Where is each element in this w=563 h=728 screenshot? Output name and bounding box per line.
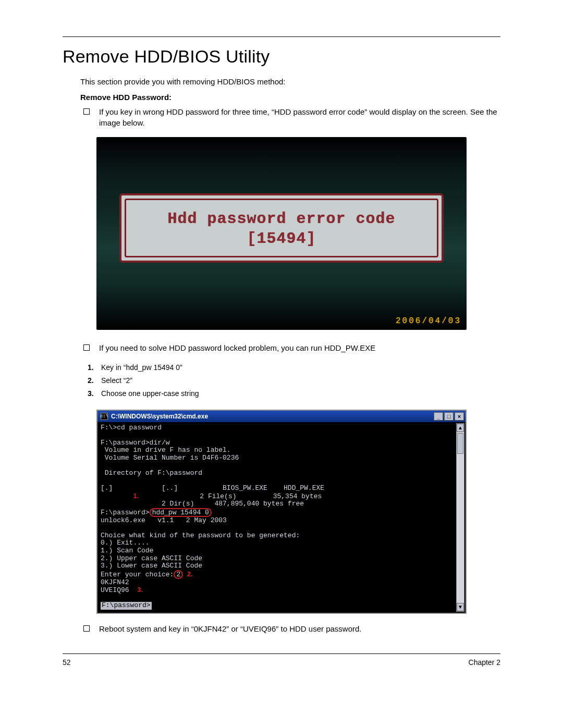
steps-list: Key in “hdd_pw 15494 0” Select “2” Choos… bbox=[99, 362, 500, 399]
callout-3: 3. bbox=[137, 586, 143, 594]
cmd-titlebar: c:\ C:\WINDOWS\system32\cmd.exe _ □ × bbox=[97, 411, 466, 422]
highlight-cmd-entry: hdd_pw 15494 0 bbox=[150, 508, 212, 517]
scroll-down-button[interactable]: ▼ bbox=[457, 603, 464, 611]
scroll-thumb[interactable] bbox=[457, 433, 463, 454]
error-line-1: Hdd password error code bbox=[131, 209, 432, 229]
callout-1: 1. bbox=[133, 492, 139, 500]
scrollbar[interactable]: ▲ ▼ bbox=[456, 423, 464, 612]
hdd-error-photo: Hdd password error code [15494] 2006/04/… bbox=[96, 137, 467, 330]
terminal-output: F:\>cd password F:\password>dir/w Volume… bbox=[101, 424, 453, 610]
highlight-choice: 2 bbox=[174, 570, 183, 579]
error-box-inner: Hdd password error code [15494] bbox=[125, 199, 438, 257]
step: Choose one upper-case string bbox=[99, 388, 500, 399]
page-title: Remove HDD/BIOS Utility bbox=[63, 46, 500, 67]
maximize-button[interactable]: □ bbox=[444, 412, 454, 421]
intro-text: This section provide you with removing H… bbox=[80, 76, 500, 88]
cmd-icon: c:\ bbox=[101, 413, 108, 420]
bullet-list-1: If you key in wrong HDD password for thr… bbox=[96, 106, 500, 129]
error-box-outer: Hdd password error code [15494] bbox=[119, 193, 444, 263]
window-buttons: _ □ × bbox=[434, 412, 464, 421]
top-rule bbox=[63, 36, 500, 37]
subhead: Remove HDD Password: bbox=[80, 92, 500, 103]
list-item: If you need to solve HDD password locked… bbox=[96, 342, 500, 354]
step: Select “2” bbox=[99, 375, 500, 386]
list-item: If you key in wrong HDD password for thr… bbox=[96, 106, 500, 129]
page-number: 52 bbox=[63, 658, 71, 667]
chapter-label: Chapter 2 bbox=[469, 658, 500, 667]
prompt-strip: F:\password> bbox=[101, 602, 152, 610]
bullet-list-3: Reboot system and key in “0KJFN42” or “U… bbox=[96, 623, 500, 635]
error-line-2: [15494] bbox=[131, 229, 432, 249]
callout-2: 2. bbox=[187, 570, 193, 578]
minimize-button[interactable]: _ bbox=[434, 412, 443, 421]
close-button[interactable]: × bbox=[455, 412, 464, 421]
cmd-title-text: C:\WINDOWS\system32\cmd.exe bbox=[111, 413, 208, 420]
bullet-list-2: If you need to solve HDD password locked… bbox=[96, 342, 500, 354]
photo-date-stamp: 2006/04/03 bbox=[396, 316, 461, 326]
step: Key in “hdd_pw 15494 0” bbox=[99, 362, 500, 373]
cmd-body: ▲ ▼ F:\>cd password F:\password>dir/w Vo… bbox=[97, 422, 466, 613]
cmd-screenshot: c:\ C:\WINDOWS\system32\cmd.exe _ □ × ▲ … bbox=[96, 410, 467, 614]
list-item: Reboot system and key in “0KJFN42” or “U… bbox=[96, 623, 500, 635]
page-footer: 52 Chapter 2 bbox=[63, 653, 500, 667]
scroll-up-button[interactable]: ▲ bbox=[457, 424, 464, 432]
